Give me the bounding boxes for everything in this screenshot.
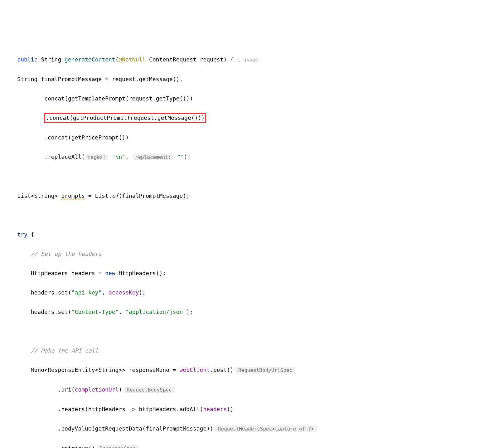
method-name: generateContent xyxy=(65,56,115,63)
code-line[interactable]: .concat(getPricePrompt()) xyxy=(4,133,479,142)
code-line[interactable]: Mono<ResponseEntity<String>> responseMon… xyxy=(4,365,479,375)
static-method: of xyxy=(112,192,119,199)
usage-hint[interactable]: 1 usage xyxy=(237,57,258,63)
field-ref: completionUrl xyxy=(75,386,119,393)
paren-open: ( xyxy=(115,56,119,63)
code-line[interactable]: HttpHeaders headers = new HttpHeaders(); xyxy=(4,268,479,278)
code-line[interactable]: public String generateContent(@NotNull C… xyxy=(4,55,479,65)
blank-line[interactable] xyxy=(4,326,479,336)
keyword-new: new xyxy=(105,270,115,276)
code-line[interactable]: .bodyValue(getRequestData(finalPromptMes… xyxy=(4,424,479,434)
code-line[interactable]: // Set up the headers xyxy=(4,249,479,259)
field-ref: headers xyxy=(203,406,227,412)
param-hint-regex: regex: xyxy=(85,154,108,160)
code-line[interactable]: headers.set("Content-Type", "application… xyxy=(4,307,479,317)
comment: // Make the API call xyxy=(4,347,98,354)
code-line[interactable]: .concat(getProductPrompt(request.getMess… xyxy=(4,113,479,123)
return-type: String xyxy=(41,56,61,63)
type-hint: ResponseSpec xyxy=(97,445,139,448)
code-line[interactable]: .retrieve()ResponseSpec xyxy=(4,443,479,448)
keyword-try: try xyxy=(4,231,27,238)
highlighted-code[interactable]: .concat(getProductPrompt(request.getMess… xyxy=(44,113,206,123)
string-literal: "" xyxy=(177,153,184,160)
code-line[interactable]: headers.set("api-key", accessKey); xyxy=(4,288,479,297)
type-hint: RequestBodySpec xyxy=(124,387,175,393)
code-editor-view[interactable]: public String generateContent(@NotNull C… xyxy=(4,45,479,448)
code-line[interactable]: .uri(completionUrl)RequestBodySpec xyxy=(4,385,479,395)
string-literal: "Content-Type" xyxy=(71,309,119,315)
comment: // Set up the headers xyxy=(4,251,102,257)
blank-line[interactable] xyxy=(4,172,479,181)
code-line[interactable]: .headers(httpHeaders -> httpHeaders.addA… xyxy=(4,404,479,414)
code-line[interactable]: // Make the API call xyxy=(4,346,479,355)
field-ref: webClient xyxy=(180,367,210,373)
code-line[interactable]: try { xyxy=(4,230,479,239)
code-line[interactable]: String finalPromptMessage = request.getM… xyxy=(4,74,479,84)
code-line[interactable]: .replaceAll(regex: "\n", replacement: ""… xyxy=(4,152,479,162)
keyword-public: public xyxy=(17,56,37,63)
param-hint-replacement: replacement: xyxy=(133,154,173,160)
type-hint: RequestHeadersSpec<capture of ?> xyxy=(215,426,317,432)
code-line[interactable]: List<String> prompts = List.of(finalProm… xyxy=(4,191,479,201)
string-literal: "api-key" xyxy=(71,289,102,296)
string-literal: "application/json" xyxy=(125,309,186,315)
string-literal: "\n" xyxy=(112,153,125,160)
field-ref: accessKey xyxy=(109,289,139,296)
type-hint: RequestBodyUriSpec xyxy=(235,367,295,373)
code-line[interactable]: concat(getTemplatePrompt(request.getType… xyxy=(4,94,479,103)
unused-variable-warning[interactable]: prompts xyxy=(61,192,85,199)
param-decl: ContentRequest request) { xyxy=(146,56,234,63)
annotation-notnull: @NotNull xyxy=(119,56,146,63)
blank-line[interactable] xyxy=(4,210,479,220)
